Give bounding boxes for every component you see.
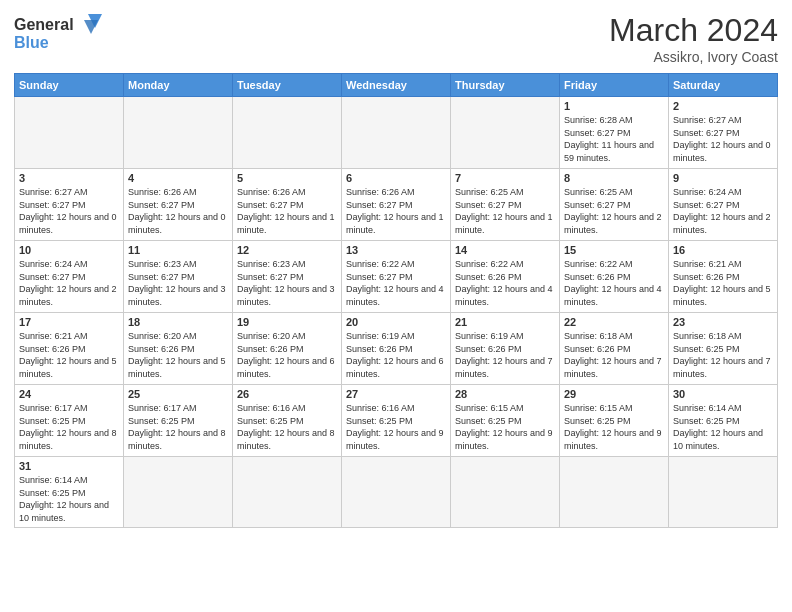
weekday-header-wednesday: Wednesday bbox=[342, 74, 451, 97]
day-number: 26 bbox=[237, 388, 337, 400]
weekday-header-thursday: Thursday bbox=[451, 74, 560, 97]
logo: General Blue bbox=[14, 12, 104, 54]
day-info: Sunrise: 6:23 AM Sunset: 6:27 PM Dayligh… bbox=[128, 258, 228, 308]
week-row-1: 3Sunrise: 6:27 AM Sunset: 6:27 PM Daylig… bbox=[15, 169, 778, 241]
day-info: Sunrise: 6:22 AM Sunset: 6:27 PM Dayligh… bbox=[346, 258, 446, 308]
calendar-cell bbox=[124, 457, 233, 528]
week-row-0: 1Sunrise: 6:28 AM Sunset: 6:27 PM Daylig… bbox=[15, 97, 778, 169]
calendar-cell: 30Sunrise: 6:14 AM Sunset: 6:25 PM Dayli… bbox=[669, 385, 778, 457]
day-info: Sunrise: 6:24 AM Sunset: 6:27 PM Dayligh… bbox=[673, 186, 773, 236]
calendar-cell: 26Sunrise: 6:16 AM Sunset: 6:25 PM Dayli… bbox=[233, 385, 342, 457]
day-info: Sunrise: 6:20 AM Sunset: 6:26 PM Dayligh… bbox=[128, 330, 228, 380]
week-row-2: 10Sunrise: 6:24 AM Sunset: 6:27 PM Dayli… bbox=[15, 241, 778, 313]
calendar-cell bbox=[15, 97, 124, 169]
calendar-cell: 23Sunrise: 6:18 AM Sunset: 6:25 PM Dayli… bbox=[669, 313, 778, 385]
calendar-cell: 25Sunrise: 6:17 AM Sunset: 6:25 PM Dayli… bbox=[124, 385, 233, 457]
day-number: 1 bbox=[564, 100, 664, 112]
calendar-cell: 29Sunrise: 6:15 AM Sunset: 6:25 PM Dayli… bbox=[560, 385, 669, 457]
day-info: Sunrise: 6:27 AM Sunset: 6:27 PM Dayligh… bbox=[673, 114, 773, 164]
calendar-cell: 17Sunrise: 6:21 AM Sunset: 6:26 PM Dayli… bbox=[15, 313, 124, 385]
weekday-header-sunday: Sunday bbox=[15, 74, 124, 97]
calendar-cell: 6Sunrise: 6:26 AM Sunset: 6:27 PM Daylig… bbox=[342, 169, 451, 241]
day-number: 8 bbox=[564, 172, 664, 184]
calendar-cell bbox=[233, 457, 342, 528]
day-info: Sunrise: 6:18 AM Sunset: 6:25 PM Dayligh… bbox=[673, 330, 773, 380]
day-number: 2 bbox=[673, 100, 773, 112]
week-row-4: 24Sunrise: 6:17 AM Sunset: 6:25 PM Dayli… bbox=[15, 385, 778, 457]
day-info: Sunrise: 6:22 AM Sunset: 6:26 PM Dayligh… bbox=[564, 258, 664, 308]
day-number: 7 bbox=[455, 172, 555, 184]
weekday-header-friday: Friday bbox=[560, 74, 669, 97]
calendar-cell: 16Sunrise: 6:21 AM Sunset: 6:26 PM Dayli… bbox=[669, 241, 778, 313]
week-row-5: 31Sunrise: 6:14 AM Sunset: 6:25 PM Dayli… bbox=[15, 457, 778, 528]
day-number: 3 bbox=[19, 172, 119, 184]
calendar-cell: 2Sunrise: 6:27 AM Sunset: 6:27 PM Daylig… bbox=[669, 97, 778, 169]
calendar-table: SundayMondayTuesdayWednesdayThursdayFrid… bbox=[14, 73, 778, 528]
day-info: Sunrise: 6:22 AM Sunset: 6:26 PM Dayligh… bbox=[455, 258, 555, 308]
day-number: 30 bbox=[673, 388, 773, 400]
svg-marker-3 bbox=[84, 20, 98, 34]
day-number: 18 bbox=[128, 316, 228, 328]
day-info: Sunrise: 6:25 AM Sunset: 6:27 PM Dayligh… bbox=[564, 186, 664, 236]
day-number: 23 bbox=[673, 316, 773, 328]
day-number: 5 bbox=[237, 172, 337, 184]
calendar-cell: 5Sunrise: 6:26 AM Sunset: 6:27 PM Daylig… bbox=[233, 169, 342, 241]
day-info: Sunrise: 6:21 AM Sunset: 6:26 PM Dayligh… bbox=[19, 330, 119, 380]
day-number: 6 bbox=[346, 172, 446, 184]
day-info: Sunrise: 6:26 AM Sunset: 6:27 PM Dayligh… bbox=[237, 186, 337, 236]
day-number: 15 bbox=[564, 244, 664, 256]
day-info: Sunrise: 6:26 AM Sunset: 6:27 PM Dayligh… bbox=[346, 186, 446, 236]
calendar-cell: 13Sunrise: 6:22 AM Sunset: 6:27 PM Dayli… bbox=[342, 241, 451, 313]
svg-text:Blue: Blue bbox=[14, 34, 49, 51]
calendar-cell bbox=[342, 457, 451, 528]
week-row-3: 17Sunrise: 6:21 AM Sunset: 6:26 PM Dayli… bbox=[15, 313, 778, 385]
calendar-cell bbox=[669, 457, 778, 528]
day-number: 27 bbox=[346, 388, 446, 400]
calendar-cell: 20Sunrise: 6:19 AM Sunset: 6:26 PM Dayli… bbox=[342, 313, 451, 385]
day-info: Sunrise: 6:19 AM Sunset: 6:26 PM Dayligh… bbox=[346, 330, 446, 380]
calendar-cell: 15Sunrise: 6:22 AM Sunset: 6:26 PM Dayli… bbox=[560, 241, 669, 313]
calendar-cell: 3Sunrise: 6:27 AM Sunset: 6:27 PM Daylig… bbox=[15, 169, 124, 241]
calendar-cell bbox=[451, 97, 560, 169]
calendar-cell: 28Sunrise: 6:15 AM Sunset: 6:25 PM Dayli… bbox=[451, 385, 560, 457]
day-number: 11 bbox=[128, 244, 228, 256]
day-info: Sunrise: 6:16 AM Sunset: 6:25 PM Dayligh… bbox=[237, 402, 337, 452]
day-info: Sunrise: 6:23 AM Sunset: 6:27 PM Dayligh… bbox=[237, 258, 337, 308]
day-number: 14 bbox=[455, 244, 555, 256]
calendar-cell: 12Sunrise: 6:23 AM Sunset: 6:27 PM Dayli… bbox=[233, 241, 342, 313]
day-number: 10 bbox=[19, 244, 119, 256]
day-info: Sunrise: 6:18 AM Sunset: 6:26 PM Dayligh… bbox=[564, 330, 664, 380]
calendar-cell bbox=[342, 97, 451, 169]
calendar-cell bbox=[451, 457, 560, 528]
day-number: 17 bbox=[19, 316, 119, 328]
day-info: Sunrise: 6:26 AM Sunset: 6:27 PM Dayligh… bbox=[128, 186, 228, 236]
day-number: 9 bbox=[673, 172, 773, 184]
calendar-title: March 2024 bbox=[609, 12, 778, 49]
day-info: Sunrise: 6:16 AM Sunset: 6:25 PM Dayligh… bbox=[346, 402, 446, 452]
day-number: 21 bbox=[455, 316, 555, 328]
calendar-cell bbox=[560, 457, 669, 528]
calendar-cell: 11Sunrise: 6:23 AM Sunset: 6:27 PM Dayli… bbox=[124, 241, 233, 313]
day-info: Sunrise: 6:15 AM Sunset: 6:25 PM Dayligh… bbox=[564, 402, 664, 452]
day-info: Sunrise: 6:19 AM Sunset: 6:26 PM Dayligh… bbox=[455, 330, 555, 380]
weekday-header-tuesday: Tuesday bbox=[233, 74, 342, 97]
day-info: Sunrise: 6:28 AM Sunset: 6:27 PM Dayligh… bbox=[564, 114, 664, 164]
day-number: 13 bbox=[346, 244, 446, 256]
day-number: 22 bbox=[564, 316, 664, 328]
calendar-cell: 7Sunrise: 6:25 AM Sunset: 6:27 PM Daylig… bbox=[451, 169, 560, 241]
day-info: Sunrise: 6:17 AM Sunset: 6:25 PM Dayligh… bbox=[19, 402, 119, 452]
day-info: Sunrise: 6:14 AM Sunset: 6:25 PM Dayligh… bbox=[19, 474, 119, 524]
day-number: 28 bbox=[455, 388, 555, 400]
day-number: 19 bbox=[237, 316, 337, 328]
day-number: 31 bbox=[19, 460, 119, 472]
day-number: 25 bbox=[128, 388, 228, 400]
calendar-cell: 24Sunrise: 6:17 AM Sunset: 6:25 PM Dayli… bbox=[15, 385, 124, 457]
svg-text:General: General bbox=[14, 16, 74, 33]
calendar-cell: 14Sunrise: 6:22 AM Sunset: 6:26 PM Dayli… bbox=[451, 241, 560, 313]
day-number: 24 bbox=[19, 388, 119, 400]
calendar-cell: 18Sunrise: 6:20 AM Sunset: 6:26 PM Dayli… bbox=[124, 313, 233, 385]
day-number: 16 bbox=[673, 244, 773, 256]
day-info: Sunrise: 6:24 AM Sunset: 6:27 PM Dayligh… bbox=[19, 258, 119, 308]
day-info: Sunrise: 6:25 AM Sunset: 6:27 PM Dayligh… bbox=[455, 186, 555, 236]
day-info: Sunrise: 6:21 AM Sunset: 6:26 PM Dayligh… bbox=[673, 258, 773, 308]
